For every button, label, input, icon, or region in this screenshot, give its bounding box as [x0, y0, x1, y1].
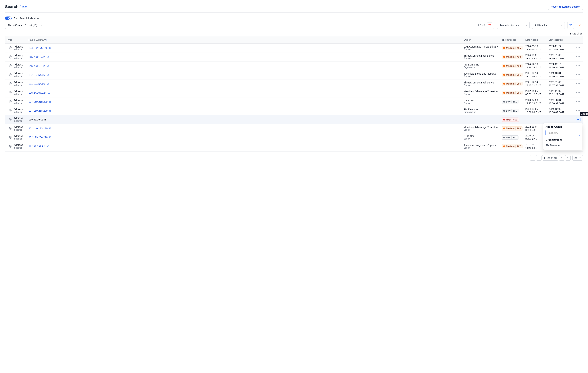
results-table: Type Name/Summary≡ Owner ThreatAssess Da…	[5, 36, 583, 151]
row-type: Address	[14, 126, 23, 129]
chevron-down-icon	[525, 24, 527, 26]
indicator-link[interactable]: 197.159.218.209	[29, 109, 48, 112]
page-last-button[interactable]	[565, 155, 571, 161]
row-actions-menu[interactable]: •••	[576, 64, 580, 68]
page-first-button[interactable]	[530, 155, 535, 161]
time-modified: 18:49:20 GMT	[549, 57, 574, 60]
indicator-link[interactable]: 212.32.237.92	[29, 145, 45, 148]
row-actions-menu[interactable]: •••	[576, 109, 580, 113]
add-to-owner-tooltip: Add to Owner	[580, 112, 588, 116]
svg-point-8	[10, 119, 11, 120]
col-header-added[interactable]: Date Added	[525, 39, 549, 41]
indicator-type-dropdown[interactable]: Any indicator type	[497, 21, 530, 29]
date-modified: 2022-11-07	[549, 90, 574, 93]
external-link-icon	[49, 127, 52, 130]
col-header-threat[interactable]: ThreatAssess	[502, 39, 525, 41]
indicator-link[interactable]: 201.140.123.130	[29, 127, 48, 130]
row-type: Address	[14, 117, 23, 120]
row-subtype: Indicator	[14, 75, 23, 78]
indicator-link[interactable]: 18.119.154.66	[29, 73, 45, 76]
row-type: Address	[14, 108, 23, 111]
indicator-link[interactable]: 134.122.176.156	[29, 46, 48, 49]
row-owner: Technical Blogs and Reports	[464, 72, 502, 75]
external-link-icon	[46, 74, 49, 76]
threat-score: 286	[517, 91, 521, 94]
indicator-link[interactable]: 18.119.154.66	[29, 82, 45, 85]
indicator-link[interactable]: 145.223.124.2	[29, 56, 45, 58]
revert-legacy-button[interactable]: Revert to Legacy Search	[548, 4, 583, 10]
chevron-down-icon	[561, 24, 563, 26]
popover-org-item[interactable]: PM Demo Inc	[546, 143, 580, 148]
bulk-search-toggle[interactable]: ✓	[5, 17, 12, 20]
row-owner-type: Source	[464, 48, 502, 50]
threat-score: 161	[513, 100, 517, 103]
per-page-dropdown[interactable]: 25	[572, 155, 583, 161]
row-subtype: Indicator	[14, 129, 23, 131]
location-pin-icon	[9, 91, 12, 94]
col-header-type[interactable]: Type	[5, 39, 29, 41]
row-owner-type: Source	[464, 147, 502, 149]
row-type: Address	[14, 90, 23, 93]
delete-file-button[interactable]	[487, 22, 492, 28]
col-header-modified[interactable]: Last Modified	[549, 39, 574, 41]
external-link-icon	[48, 91, 50, 94]
row-owner: Technical Blogs and Reports	[464, 144, 502, 147]
indicator-link[interactable]: 197.159.218.209	[29, 100, 48, 103]
row-actions-menu[interactable]: •••	[576, 46, 580, 50]
indicator-link[interactable]: 145.223.124.2	[29, 64, 45, 67]
threat-score: 147	[513, 136, 517, 139]
location-pin-icon	[9, 145, 12, 148]
row-owner-type: Source	[464, 75, 502, 78]
popover-search-input[interactable]	[549, 131, 581, 134]
row-actions-menu[interactable]: •••	[576, 55, 580, 59]
popover-title: Add to Owner	[546, 125, 580, 128]
row-actions-menu[interactable]: •••	[576, 100, 580, 104]
table-row: Address Indicator 134.122.176.156 CAL Au…	[5, 43, 583, 52]
time-added: 23:27:58 GMT	[525, 57, 549, 60]
threat-badge: Low 161	[502, 109, 518, 113]
row-subtype: Indicator	[14, 48, 23, 50]
location-pin-icon	[9, 55, 12, 59]
table-row: Address Indicator 197.159.218.209 DHS AI…	[5, 97, 583, 106]
row-type: Address	[14, 54, 23, 57]
threat-score: 430	[517, 56, 521, 58]
row-actions-menu[interactable]: •••	[576, 73, 580, 77]
row-actions-menu[interactable]: •••	[576, 91, 580, 95]
row-owner: DHS AIS	[464, 99, 502, 102]
page-next-button[interactable]	[559, 155, 564, 161]
row-owner-type: Source	[464, 93, 502, 95]
row-owner: PM Demo Inc	[464, 63, 502, 66]
svg-point-0	[10, 47, 11, 48]
scrollbar-track[interactable]	[5, 151, 583, 152]
threat-badge: Medium 430	[502, 64, 523, 68]
row-actions-menu[interactable]: •••	[576, 82, 580, 86]
time-added: 22:27:39 GMT	[525, 102, 549, 105]
row-type: Address	[14, 99, 23, 102]
row-subtype: Indicator	[14, 84, 23, 87]
col-header-owner[interactable]: Owner	[464, 39, 502, 41]
col-header-name[interactable]: Name/Summary≡	[29, 39, 464, 41]
indicator-link[interactable]: 202.129.206.226	[29, 136, 48, 139]
popover-search[interactable]	[546, 130, 580, 136]
add-to-owner-button[interactable]: +	[576, 117, 581, 122]
row-type: Address	[14, 143, 23, 147]
page-prev-button[interactable]	[536, 155, 542, 161]
svg-point-7	[10, 110, 11, 111]
filter-button[interactable]	[567, 21, 574, 29]
date-modified: 2020-08-31	[549, 99, 574, 102]
indicator-link[interactable]: 195.24.207.224	[29, 91, 46, 94]
beta-badge: BETA	[20, 5, 29, 8]
results-count: 1 - 25 of 58	[5, 32, 583, 35]
row-type: Address	[14, 72, 23, 75]
table-row: Address Indicator 197.159.218.209 PM Dem…	[5, 106, 583, 115]
time-added: 23:45:21 GMT	[525, 84, 549, 87]
threat-badge: Medium 495	[502, 46, 523, 50]
date-added: 2022-11-05	[525, 90, 549, 93]
clear-button[interactable]	[576, 21, 583, 29]
threat-level: Medium	[506, 65, 514, 67]
location-pin-icon	[9, 127, 12, 130]
row-owner: DHS AIS	[464, 135, 502, 138]
results-filter-dropdown[interactable]: All Results	[532, 21, 565, 29]
external-link-icon	[49, 101, 52, 103]
row-owner-type: Source	[464, 57, 502, 60]
